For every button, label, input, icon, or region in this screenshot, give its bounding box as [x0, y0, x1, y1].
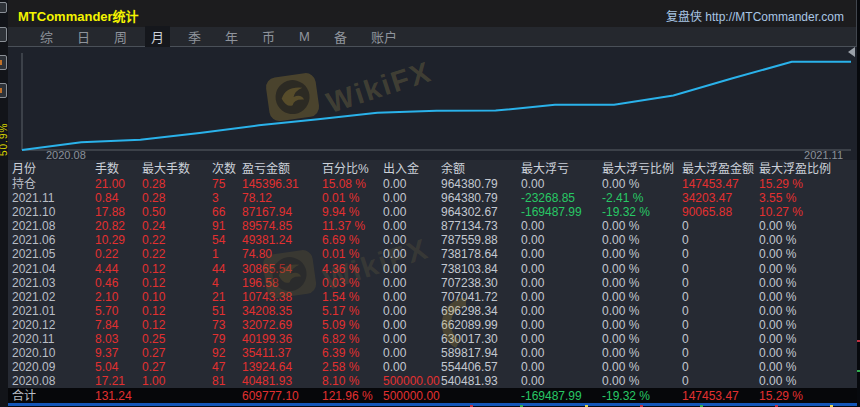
menu-item-6[interactable]: 年 [219, 26, 244, 47]
table-row[interactable]: 2021.044.440.124430865.544.36 %0.0073810… [8, 262, 857, 276]
table-row[interactable]: 2021.0820.820.249189574.8511.37 %0.00877… [8, 219, 857, 233]
menu-item-4[interactable]: 月 [145, 26, 170, 47]
table-cell: 0.00 [521, 360, 602, 374]
column-header[interactable]: 最大浮盈金额 [682, 160, 759, 178]
table-cell: 92 [212, 346, 242, 360]
table-cell: 0.00 [521, 219, 602, 233]
table-cell: 0.00 % [602, 332, 682, 346]
table-cell: 0 [682, 332, 759, 346]
table-cell: 0 [682, 360, 759, 374]
table-cell: 147453.47 [682, 388, 759, 404]
table-cell: 15.29 % [759, 177, 857, 191]
table-cell: 0.00 [383, 233, 441, 247]
table-cell: 34203.47 [682, 191, 759, 205]
menu-item-5[interactable]: 季 [182, 26, 207, 47]
column-header[interactable]: 月份 [12, 160, 95, 178]
table-row[interactable]: 2021.110.840.28378.120.01 %0.00964380.79… [8, 191, 857, 205]
table-cell: 66 [212, 205, 242, 219]
column-header[interactable]: 手数 [95, 160, 142, 178]
table-cell: 44 [212, 262, 242, 276]
table-cell: 2021.03 [12, 276, 95, 290]
table-header-row: 月份手数最大手数次数盈亏金额百分比%出入金余额最大浮亏最大浮亏比例最大浮盈金额最… [8, 160, 857, 177]
table-cell: 15.08 % [322, 177, 383, 191]
table-cell: 79 [212, 332, 242, 346]
table-cell: 707238.30 [441, 276, 521, 290]
table-cell: 0.00 [521, 332, 602, 346]
table-cell: 5.04 [95, 360, 142, 374]
collapse-panel-arrow-icon[interactable] [848, 47, 855, 57]
table-cell: 0.00 [383, 346, 441, 360]
table-cell: 10743.38 [242, 290, 322, 304]
table-row[interactable]: 2021.1017.880.506687167.949.94 %0.009643… [8, 205, 857, 219]
table-cell: 0.00 % [759, 318, 857, 332]
table-cell: 0.46 [95, 276, 142, 290]
table-cell: 0.00 % [759, 346, 857, 360]
table-row[interactable]: 2021.015.700.125134208.355.17 %0.0069629… [8, 304, 857, 318]
table-cell: 2020.11 [12, 332, 95, 346]
table-row[interactable]: 2020.095.040.274713924.642.58 %0.0055440… [8, 360, 857, 374]
column-header[interactable]: 最大浮亏 [521, 160, 602, 178]
table-cell: 4.44 [95, 262, 142, 276]
equity-curve-svg [8, 47, 857, 160]
menu-item-10[interactable]: 账户 [365, 26, 403, 47]
table-total-row[interactable]: 合计131.24609777.10121.96 %500000.00-16948… [8, 388, 857, 404]
column-header[interactable]: 出入金 [383, 160, 441, 178]
table-cell: 0.00 % [759, 360, 857, 374]
table-cell: 0 [682, 247, 759, 261]
table-cell: 147453.47 [682, 177, 759, 191]
table-cell: 787559.88 [441, 233, 521, 247]
brand-link[interactable]: 复盘侠 http://MTCommander.com [666, 7, 844, 24]
table-cell: 1 [212, 247, 242, 261]
column-header[interactable]: 百分比% [322, 160, 383, 178]
table-row[interactable]: 2021.0610.290.225449381.246.69 %0.007875… [8, 233, 857, 247]
table-cell: 0.12 [142, 262, 212, 276]
table-cell: 0.00 [383, 318, 441, 332]
table-cell: 合计 [12, 388, 95, 404]
table-cell: 0.01 % [322, 247, 383, 261]
table-row[interactable]: 2021.030.460.124196.580.03 %0.00707238.3… [8, 276, 857, 290]
column-header[interactable]: 次数 [212, 160, 242, 178]
column-header[interactable]: 最大浮盈比例 [759, 160, 857, 178]
menu-item-2[interactable]: 日 [71, 26, 96, 47]
table-row[interactable]: 持仓21.000.2875145396.3115.08 %0.00964380.… [8, 177, 857, 191]
table-cell: 0.00 % [759, 332, 857, 346]
table-cell [142, 388, 212, 404]
menu-item-3[interactable]: 周 [108, 26, 133, 47]
table-cell: 0.00 [383, 205, 441, 219]
column-header[interactable]: 最大手数 [142, 160, 212, 178]
menu-item-7[interactable]: 币 [256, 26, 281, 47]
table-row[interactable]: 2020.118.030.257940199.366.82 %0.0063001… [8, 332, 857, 346]
table-cell: 2021.01 [12, 304, 95, 318]
menu-item-9[interactable]: 备 [328, 26, 353, 47]
table-row[interactable]: 2021.022.100.102110743.381.54 %0.0070704… [8, 290, 857, 304]
table-cell: 121.96 % [322, 388, 383, 404]
table-cell: 0.28 [142, 191, 212, 205]
table-cell: 4.36 % [322, 262, 383, 276]
column-header[interactable]: 最大浮亏比例 [602, 160, 682, 178]
toolbar-fragment-icon [0, 27, 7, 42]
table-cell: 2021.11 [12, 191, 95, 205]
table-cell: 2020.09 [12, 360, 95, 374]
column-header[interactable]: 盈亏金额 [242, 160, 322, 178]
table-cell: -169487.99 [521, 205, 602, 219]
table-cell: 0.00 [383, 219, 441, 233]
table-cell: 0.00 % [602, 219, 682, 233]
toolbar-fragment-icon [0, 2, 7, 13]
table-row[interactable]: 2020.0817.211.008140481.938.10 %500000.0… [8, 374, 857, 388]
table-cell: 0.00 [521, 346, 602, 360]
table-row[interactable]: 2021.050.220.22174.800.01 %0.00738178.64… [8, 247, 857, 261]
table-row[interactable]: 2020.127.840.127332072.695.09 %0.0066208… [8, 318, 857, 332]
table-row[interactable]: 2020.109.370.279235411.376.39 %0.0058981… [8, 346, 857, 360]
stats-window: MTCommander统计 复盘侠 http://MTCommander.com… [8, 0, 857, 404]
table-cell: 0.12 [142, 304, 212, 318]
column-header[interactable]: 余额 [441, 160, 521, 178]
menu-item-1[interactable]: 综 [34, 26, 59, 47]
table-cell: 964380.79 [441, 191, 521, 205]
table-cell: 0.01 % [322, 191, 383, 205]
table-cell: 0.00 [521, 233, 602, 247]
table-cell [441, 388, 521, 404]
table-cell: 0.22 [142, 233, 212, 247]
table-cell: -2.41 % [602, 191, 682, 205]
table-cell: 0.00 % [759, 219, 857, 233]
menu-item-8[interactable]: M [293, 28, 316, 45]
